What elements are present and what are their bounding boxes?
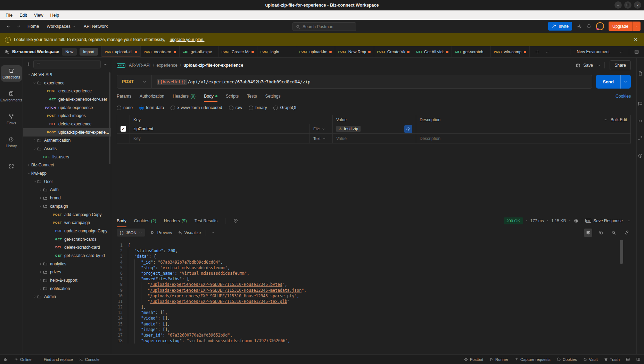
response-tab-headers[interactable]: Headers(9): [164, 214, 187, 227]
response-tab-body[interactable]: Body: [117, 214, 126, 227]
chevron-down-icon[interactable]: [32, 180, 37, 183]
body-type-binary[interactable]: binary: [249, 105, 267, 110]
minimize-button[interactable]: –: [614, 1, 622, 9]
request-tab-new-requ[interactable]: POSTNew Requ: [335, 46, 374, 57]
tree-folder-user[interactable]: User: [23, 177, 111, 186]
chevron-down-icon[interactable]: [38, 205, 43, 208]
statusbar-cookies[interactable]: Cookies: [556, 357, 577, 362]
response-more-icon[interactable]: [626, 218, 631, 223]
sidebar-filter-input[interactable]: [33, 60, 101, 68]
request-tab-get-all-expe[interactable]: GETget-all-expe: [180, 46, 218, 57]
upgrade-label[interactable]: Upgrade: [609, 22, 632, 31]
radio-icon[interactable]: [249, 106, 253, 110]
tree-request-win-campaign[interactable]: POSTwin-campaign: [23, 218, 111, 227]
close-button[interactable]: ×: [634, 1, 641, 9]
statusbar-grid-icon[interactable]: [3, 357, 8, 362]
tab-authorization[interactable]: Authorization: [140, 90, 164, 102]
tab-tests[interactable]: Tests: [247, 90, 257, 102]
tree-folder-brand[interactable]: brand: [23, 194, 111, 202]
bulk-edit-button[interactable]: Bulk Edit: [603, 117, 627, 122]
key-placeholder[interactable]: Key: [130, 134, 310, 143]
statusbar-panel-right-icon[interactable]: [636, 357, 641, 362]
radio-icon[interactable]: [229, 106, 233, 110]
request-tab-create-ex[interactable]: POSTcreate-ex: [141, 46, 180, 57]
chevron-right-icon[interactable]: [38, 262, 43, 266]
comments-icon[interactable]: [638, 101, 643, 106]
statusbar-postbot[interactable]: Postbot: [464, 357, 483, 362]
import-button[interactable]: Import: [80, 48, 98, 56]
request-tab-upload-zi[interactable]: POSTupload-zi: [102, 46, 141, 57]
tree-request-delete-experience[interactable]: DELdelete-experience: [23, 120, 111, 128]
chevron-down-icon[interactable]: [26, 73, 31, 76]
file-path-link[interactable]: /uploads/experiences/EXP-9GLUEF/115310-H…: [150, 282, 282, 287]
gear-icon[interactable]: [577, 24, 582, 29]
chevron-down-icon[interactable]: [26, 172, 31, 175]
send-label[interactable]: Send: [596, 75, 620, 89]
visualize-button[interactable]: Visualize: [177, 230, 201, 235]
statusbar-capture-requests[interactable]: Capture requests: [514, 357, 551, 362]
tree-request-add-campaign-copy[interactable]: POSTadd-campaign Copy: [23, 210, 111, 219]
tree-folder-notification[interactable]: notification: [23, 284, 111, 293]
copy-icon[interactable]: [597, 229, 605, 237]
request-tab-get-all-vide[interactable]: GETGet All vide: [413, 46, 452, 57]
send-button[interactable]: Send: [596, 75, 631, 89]
method-select[interactable]: POST: [117, 75, 152, 88]
tree-collection-biz-connect[interactable]: Biz-Connect: [23, 161, 111, 169]
request-tab-upload-im[interactable]: POSTupload-im: [296, 46, 335, 57]
menu-view[interactable]: View: [31, 12, 47, 19]
bell-icon[interactable]: [586, 24, 592, 29]
environment-quick-look-icon[interactable]: [629, 49, 644, 55]
tree-folder-assets[interactable]: Assets: [23, 144, 111, 153]
new-button[interactable]: New: [62, 48, 77, 56]
sidebar-item-collections[interactable]: Collections: [1, 65, 22, 82]
maximize-button[interactable]: [624, 1, 631, 9]
response-tab-test-results[interactable]: Test Results: [195, 214, 217, 227]
body-type-none[interactable]: none: [117, 105, 133, 110]
save-chevron-icon[interactable]: [596, 63, 601, 68]
request-tab-create-vid[interactable]: POSTCreate Vid: [374, 46, 413, 57]
tree-request-get-scratch-cards[interactable]: GETget-scratch-cards: [23, 235, 111, 243]
chevron-right-icon[interactable]: [38, 270, 43, 274]
row-checkbox[interactable]: ✓: [121, 126, 126, 132]
request-tab-win-camp[interactable]: POSTwin-camp: [491, 46, 530, 57]
forward-arrow-icon[interactable]: [16, 24, 21, 29]
url-input[interactable]: {{baseUrl}} /api/v1/experience/67ab3492b…: [152, 79, 315, 85]
tree-folder-campaign[interactable]: campaign: [23, 202, 111, 210]
tree-request-upload-images[interactable]: POSTupload-images: [23, 111, 111, 120]
statusbar-trash[interactable]: Trash: [604, 357, 620, 362]
value-placeholder[interactable]: Value: [333, 134, 416, 143]
breadcrumb-item[interactable]: upload-zip-file-for-experience: [183, 63, 243, 68]
sidebar-item-history[interactable]: History: [1, 134, 22, 150]
chevron-right-icon[interactable]: [38, 196, 43, 200]
chevron-right-icon[interactable]: [38, 188, 43, 191]
format-select[interactable]: { } JSON: [117, 229, 145, 237]
info-icon[interactable]: [638, 153, 643, 158]
more-tools-icon[interactable]: [9, 164, 14, 169]
save-response-button[interactable]: e.g.Save Response: [585, 218, 623, 223]
tree-request-get-scratch-card-by-id[interactable]: GETget-scratch-card-by-id: [23, 251, 111, 260]
tree-folder-analytics[interactable]: analytics: [23, 260, 111, 268]
network-globe-icon[interactable]: [573, 218, 579, 223]
response-body-viewer[interactable]: 1{2"statusCode": 200,3"data": {4"_id": "…: [111, 238, 636, 354]
radio-icon[interactable]: [117, 106, 121, 110]
share-button[interactable]: Share: [610, 60, 631, 70]
chevron-down-icon[interactable]: [32, 81, 37, 85]
code-snippet-icon[interactable]: [638, 118, 643, 124]
description-placeholder[interactable]: Description: [416, 134, 630, 143]
upload-file-icon[interactable]: [404, 125, 412, 133]
statusbar-vault[interactable]: Vault: [583, 357, 598, 362]
environment-selector[interactable]: New Environment: [570, 49, 619, 54]
sidebar-scrollbar[interactable]: [109, 72, 110, 164]
tree-request-update-experience[interactable]: PATCHupdate-experience: [23, 104, 111, 112]
radio-icon[interactable]: [273, 106, 278, 110]
save-button[interactable]: Save: [576, 63, 593, 68]
body-type-raw[interactable]: raw: [229, 105, 242, 110]
invite-button[interactable]: Invite: [548, 22, 572, 31]
tab-settings[interactable]: Settings: [265, 90, 281, 102]
send-options-chevron-icon[interactable]: [620, 75, 631, 89]
chevron-right-icon[interactable]: [38, 287, 43, 290]
chevron-right-icon[interactable]: [32, 147, 37, 150]
tree-folder-admin[interactable]: Admin: [23, 293, 111, 301]
radio-icon[interactable]: [139, 106, 144, 110]
statusbar-runner[interactable]: Runner: [489, 357, 508, 362]
